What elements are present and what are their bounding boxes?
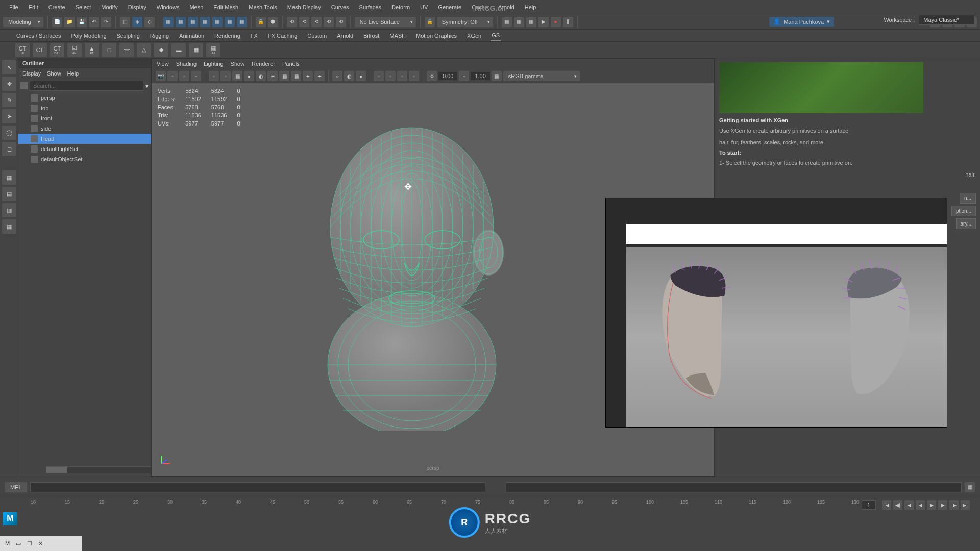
grid7-icon[interactable]: ▦ xyxy=(237,17,247,27)
shelf-tab-animation[interactable]: Animation xyxy=(178,31,205,41)
taskbar-app-icon[interactable]: M xyxy=(5,540,10,546)
taskbar-close-icon[interactable]: ✕ xyxy=(38,540,43,547)
lock2-icon[interactable]: 🔓 xyxy=(425,17,435,27)
option3-icon[interactable]: ▥ xyxy=(2,203,16,217)
grid5-icon[interactable]: ▦ xyxy=(212,17,223,27)
vp-icon[interactable]: ◐ xyxy=(256,71,266,81)
grid3-icon[interactable]: ▦ xyxy=(188,17,198,27)
redo-icon[interactable]: ↷ xyxy=(101,17,111,27)
outliner-item-persp[interactable]: persp xyxy=(18,93,151,103)
menu-deform[interactable]: Deform xyxy=(386,4,415,10)
vp-icon[interactable]: ● xyxy=(356,71,366,81)
vp-icon[interactable]: ▦ xyxy=(232,71,242,81)
rewind-end-icon[interactable]: ▶| xyxy=(961,500,970,510)
lock-icon[interactable]: 🔒 xyxy=(256,17,266,27)
sync5-icon[interactable]: ⟲ xyxy=(336,17,346,27)
search-input[interactable] xyxy=(30,81,143,91)
shelf-icon-4[interactable]: ▲FT xyxy=(85,43,99,57)
menu-surfaces[interactable]: Surfaces xyxy=(354,4,386,10)
menu-curves[interactable]: Curves xyxy=(326,4,354,10)
layout3-icon[interactable]: ▦ xyxy=(526,17,536,27)
shelf-tab-fx[interactable]: FX xyxy=(250,31,259,41)
vp-icon[interactable]: ◐ xyxy=(344,71,354,81)
vp-icon[interactable]: ☀ xyxy=(267,71,278,81)
shelf-tab-fxcaching[interactable]: FX Caching xyxy=(267,31,298,41)
vp-icon[interactable]: ✦ xyxy=(303,71,313,81)
vp-icon[interactable]: ▫ xyxy=(459,71,469,81)
undo-icon[interactable]: ↶ xyxy=(89,17,99,27)
open-icon[interactable]: 📁 xyxy=(64,17,75,27)
shelf-icon-8[interactable]: ◆ xyxy=(154,43,168,57)
sync4-icon[interactable]: ⟲ xyxy=(324,17,334,27)
xgen-btn2[interactable]: ption... xyxy=(951,206,976,216)
shelf-icon-11[interactable]: ▦All xyxy=(206,43,220,57)
shelf-tab-sculpting[interactable]: Sculpting xyxy=(116,31,141,41)
shelf-tab-polymodeling[interactable]: Poly Modeling xyxy=(70,31,107,41)
menu-modify[interactable]: Modify xyxy=(96,4,122,10)
filter-icon[interactable] xyxy=(20,82,28,89)
rec-icon[interactable]: ● xyxy=(551,17,561,27)
command-input[interactable] xyxy=(30,482,486,492)
menu-select[interactable]: Select xyxy=(70,4,96,10)
outliner-item-defaultobjectset[interactable]: defaultObjectSet xyxy=(18,154,151,164)
user-menu[interactable]: 👤 Maria Puchkova ▾ xyxy=(769,17,834,27)
shelf-tab-gs[interactable]: GS xyxy=(491,30,501,41)
workspace-dropdown[interactable]: Maya Classic* xyxy=(919,15,975,25)
vp-gear-icon[interactable]: ⚙ xyxy=(427,71,437,81)
vp-menu-shading[interactable]: Shading xyxy=(176,61,197,67)
vp-icon[interactable]: ○ xyxy=(332,71,342,81)
sync3-icon[interactable]: ⟲ xyxy=(311,17,322,27)
mode-dropdown[interactable]: Modeling xyxy=(3,17,43,27)
menu-generate[interactable]: Generate xyxy=(433,4,467,10)
menu-windows[interactable]: Windows xyxy=(152,4,185,10)
shelf-tab-xgen[interactable]: XGen xyxy=(466,31,482,41)
vp-icon[interactable]: ▫ xyxy=(374,71,384,81)
menu-create[interactable]: Create xyxy=(43,4,70,10)
sync2-icon[interactable]: ⟲ xyxy=(299,17,309,27)
shelf-icon-2[interactable]: CTDEL xyxy=(50,43,64,57)
vp-menu-show[interactable]: Show xyxy=(231,61,245,67)
vp-icon[interactable]: ▫ xyxy=(167,71,178,81)
layout1-icon[interactable]: ▦ xyxy=(502,17,512,27)
shelf-icon-10[interactable]: ▦ xyxy=(189,43,203,57)
scrollbar-thumb[interactable] xyxy=(46,467,67,473)
snap2-icon[interactable]: ◇ xyxy=(144,17,155,27)
sync1-icon[interactable]: ⟲ xyxy=(287,17,297,27)
save-icon[interactable]: 💾 xyxy=(77,17,87,27)
outliner-item-head[interactable]: Head xyxy=(18,134,151,144)
outliner-menu-display[interactable]: Display xyxy=(22,70,41,77)
shelf-icon-7[interactable]: △ xyxy=(137,43,151,57)
select-icon[interactable]: ⬚ xyxy=(120,17,130,27)
taskbar-max-icon[interactable]: ☐ xyxy=(27,540,32,547)
vp-menu-renderer[interactable]: Renderer xyxy=(252,61,275,67)
magnet-icon[interactable]: ⬢ xyxy=(268,17,278,27)
shelf-tab-rigging[interactable]: Rigging xyxy=(149,31,170,41)
grid1-icon[interactable]: ▦ xyxy=(163,17,174,27)
vp-icon[interactable]: ✦ xyxy=(314,71,325,81)
menu-uv[interactable]: UV xyxy=(415,4,433,10)
search-clear-icon[interactable]: ▾ xyxy=(145,83,149,89)
grid4-icon[interactable]: ▦ xyxy=(200,17,210,27)
cmd-toggle-icon[interactable]: ▦ xyxy=(965,482,975,492)
vp-icon[interactable]: ▫ xyxy=(209,71,219,81)
arrow-tool-icon[interactable]: ↖ xyxy=(2,60,16,74)
render-icon[interactable]: ▶ xyxy=(538,17,549,27)
vp-menu-panels[interactable]: Panels xyxy=(282,61,300,67)
new-icon[interactable]: 📄 xyxy=(52,17,62,27)
vp-icon[interactable]: ▦ xyxy=(279,71,289,81)
menu-mesh-tools[interactable]: Mesh Tools xyxy=(243,4,282,10)
option4-icon[interactable]: ▦ xyxy=(2,219,16,234)
outliner-menu-show[interactable]: Show xyxy=(47,70,61,77)
lasso-tool-icon[interactable]: ✥ xyxy=(2,77,16,91)
vp-menu-lighting[interactable]: Lighting xyxy=(204,61,224,67)
shelf-icon-0[interactable]: CTUI xyxy=(15,43,30,57)
shelf-tab-custom[interactable]: Custom xyxy=(306,31,328,41)
move-tool-icon[interactable]: ➤ xyxy=(2,109,16,123)
vp-icon[interactable]: ▦ xyxy=(291,71,301,81)
xgen-btn3[interactable]: ary... xyxy=(956,218,976,229)
vp-color-icon[interactable]: ▦ xyxy=(492,71,502,81)
menu-file[interactable]: File xyxy=(4,4,23,10)
scale-tool-icon[interactable]: ◻ xyxy=(2,142,16,156)
option1-icon[interactable]: ▦ xyxy=(2,170,16,185)
colormode-dropdown[interactable]: sRGB gamma xyxy=(503,71,580,81)
